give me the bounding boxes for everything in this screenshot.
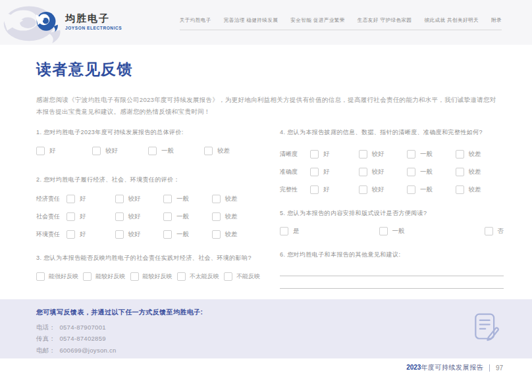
checkbox[interactable] [407, 185, 415, 194]
option-label: 较好 [128, 212, 141, 221]
rating-option[interactable]: 较差 [456, 185, 504, 194]
rating-option[interactable]: 好 [310, 185, 359, 194]
rating-option[interactable]: 较差 [456, 168, 504, 176]
checkbox[interactable] [163, 230, 172, 239]
checkbox[interactable] [36, 147, 45, 155]
q1-option-good[interactable]: 好 [36, 147, 92, 155]
rating-option[interactable]: 较好 [115, 230, 164, 239]
answer-line[interactable] [280, 276, 504, 276]
checkbox[interactable] [66, 195, 75, 203]
questions-left-column: 1. 您对均胜电子2023年度可持续发展报告的总体评价: 好 较好 一般 较差 … [36, 129, 260, 281]
checkbox[interactable] [115, 195, 124, 203]
checkbox[interactable] [36, 272, 45, 281]
page-title: 读者意见反馈 [36, 59, 133, 80]
option-label: 好 [323, 150, 330, 159]
page: 均胜电子 JOYSON ELECTRONICS 关于均胜电子 完善治理 稳健持续… [0, 0, 532, 392]
checkbox[interactable] [310, 150, 319, 159]
rating-option[interactable]: 好 [66, 195, 115, 203]
checkbox[interactable] [407, 150, 415, 159]
rating-option[interactable]: 一般 [407, 168, 456, 176]
nav-item-eco-friendly[interactable]: 生态友好 守护绿色家园 [358, 17, 412, 24]
option-label: 较差 [469, 168, 481, 176]
checkbox[interactable] [359, 185, 367, 194]
nav-item-about-joyson[interactable]: 关于均胜电子 [180, 17, 211, 24]
q5-option-no[interactable]: 否 [485, 227, 504, 235]
contact-value: 600699@joyson.cn [59, 347, 116, 355]
q3-option-fairly-well-2[interactable]: 能较好反映 [130, 272, 173, 281]
brand-logo[interactable]: 均胜电子 JOYSON ELECTRONICS [36, 11, 122, 33]
rating-option[interactable]: 较好 [359, 168, 408, 176]
checkbox[interactable] [359, 168, 367, 176]
checkbox[interactable] [379, 227, 388, 235]
rating-option[interactable]: 一般 [163, 212, 212, 221]
rating-option[interactable]: 较差 [456, 150, 504, 159]
checkbox[interactable] [115, 230, 124, 239]
rating-option[interactable]: 一般 [407, 150, 456, 159]
q1-option-average[interactable]: 一般 [148, 147, 204, 155]
q1-option-fairly-good[interactable]: 较好 [92, 147, 148, 155]
checkbox[interactable] [130, 272, 139, 281]
checkbox[interactable] [148, 147, 157, 155]
checkbox[interactable] [456, 168, 464, 176]
nav-item-mutual-achievement[interactable]: 彼此成就 共创美好明天 [424, 17, 479, 24]
rating-option[interactable]: 较差 [212, 195, 261, 203]
checkbox[interactable] [163, 195, 172, 203]
rating-option[interactable]: 较好 [359, 150, 408, 159]
contact-fax: 传真： 0574-87402859 [36, 335, 117, 343]
q1-option-poor[interactable]: 较差 [204, 147, 260, 155]
checkbox[interactable] [359, 150, 367, 159]
rating-option[interactable]: 一般 [163, 230, 212, 239]
row-label: 完整性 [280, 185, 310, 194]
q5-option-average[interactable]: 一般 [379, 227, 405, 235]
checkbox[interactable] [485, 227, 493, 235]
checkbox[interactable] [310, 168, 319, 176]
nav-item-safety-intelligence[interactable]: 安全智能 促进产业繁荣 [290, 17, 345, 24]
option-label: 好 [323, 168, 330, 176]
checkbox[interactable] [407, 168, 415, 176]
checkbox[interactable] [456, 185, 464, 194]
q3-option-cannot[interactable]: 不能反映 [224, 272, 260, 281]
q3-option-fairly-well[interactable]: 能较好反映 [83, 272, 125, 281]
rating-option[interactable]: 较差 [212, 230, 261, 239]
rating-option[interactable]: 好 [310, 168, 359, 176]
q3-option-very-well[interactable]: 能很好反映 [36, 272, 78, 281]
checkbox[interactable] [92, 147, 101, 155]
rating-option[interactable]: 较好 [115, 195, 164, 203]
checkbox[interactable] [204, 147, 213, 155]
checkbox[interactable] [212, 195, 221, 203]
checkbox[interactable] [66, 230, 75, 239]
checkbox[interactable] [280, 227, 288, 235]
rating-option[interactable]: 一般 [163, 195, 212, 203]
rating-option[interactable]: 较好 [115, 212, 164, 221]
feedback-heading: 您可填写反馈表，并通过以下任一方式反馈至均胜电子: [36, 308, 203, 317]
checkbox[interactable] [212, 230, 221, 239]
nav-item-governance[interactable]: 完善治理 稳健持续发展 [224, 17, 279, 24]
rating-option[interactable]: 好 [66, 230, 115, 239]
option-label: 不能反映 [236, 272, 260, 281]
option-label: 一般 [176, 212, 189, 221]
rating-option[interactable]: 好 [66, 212, 115, 221]
checkbox[interactable] [66, 212, 75, 221]
question-5-label: 5. 您认为本报告的内容安排和版式设计是否方便阅读? [280, 210, 504, 218]
q3-option-not-quite[interactable]: 不太能反映 [177, 272, 219, 281]
rating-option[interactable]: 较好 [359, 185, 408, 194]
answer-line[interactable] [280, 288, 504, 289]
checkbox[interactable] [163, 212, 172, 221]
page-number: 97 [496, 364, 503, 372]
checkbox[interactable] [310, 185, 319, 194]
rating-option[interactable]: 一般 [407, 185, 456, 194]
logo-swirl-icon [36, 11, 60, 33]
checkbox[interactable] [212, 212, 221, 221]
checkbox[interactable] [83, 272, 92, 281]
checkbox[interactable] [177, 272, 186, 281]
checkbox[interactable] [224, 272, 232, 281]
option-label: 较差 [225, 195, 238, 203]
checkbox[interactable] [456, 150, 464, 159]
rating-option[interactable]: 较差 [212, 212, 261, 221]
question-4-label: 4. 您认为本报告披露的信息、数据、指针的清晰度、准确度和完整性如何? [280, 129, 504, 137]
q5-option-yes[interactable]: 是 [280, 227, 300, 235]
nav-item-appendix[interactable]: 附录 [491, 17, 502, 24]
contact-phone: 电话： 0574-87907001 [36, 324, 117, 332]
checkbox[interactable] [115, 212, 124, 221]
rating-option[interactable]: 好 [310, 150, 359, 159]
